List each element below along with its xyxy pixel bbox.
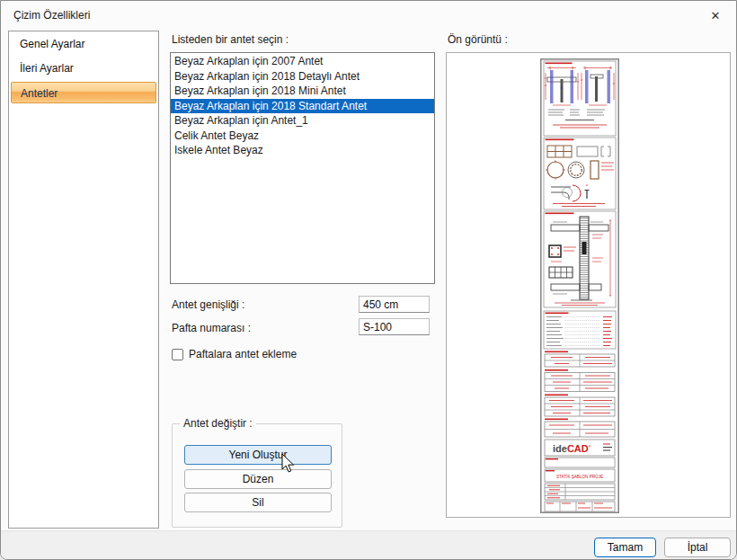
groupbox-legend: Antet değiştir : bbox=[180, 417, 256, 430]
titlebar: Çizim Özellikleri ✕ bbox=[1, 1, 736, 30]
sidebar-item-ileri-ayarlar[interactable]: İleri Ayarlar bbox=[9, 56, 158, 80]
list-item[interactable]: Beyaz Arkaplan için 2018 Mini Antet bbox=[171, 84, 434, 99]
paftalara-antet-ekleme-checkbox[interactable] bbox=[172, 349, 183, 360]
list-item[interactable]: Iskele Antet Beyaz bbox=[171, 143, 434, 158]
paftalara-antet-ekleme-row: Paftalara antet ekleme bbox=[172, 348, 297, 360]
sidebar-item-genel-ayarlar[interactable]: Genel Ayarlar bbox=[9, 31, 158, 56]
preview-label: Ön görüntü : bbox=[448, 33, 508, 46]
list-item[interactable]: Celik Antet Beyaz bbox=[171, 129, 434, 144]
drawing-properties-dialog: Çizim Özellikleri ✕ Genel Ayarlar İleri … bbox=[0, 0, 737, 560]
list-item[interactable]: Beyaz Arkaplan için 2007 Antet bbox=[171, 54, 434, 69]
checkbox-label: Paftalara antet ekleme bbox=[189, 348, 297, 360]
antet-listbox[interactable]: Beyaz Arkaplan için 2007 Antet Beyaz Ark… bbox=[170, 52, 435, 284]
sheet-title: STATİK ŞABLON PROJE bbox=[556, 474, 603, 479]
yeni-olustur-button[interactable]: Yeni Oluştur bbox=[184, 445, 332, 465]
close-icon[interactable]: ✕ bbox=[706, 7, 724, 25]
duzen-button[interactable]: Düzen bbox=[184, 469, 332, 489]
ok-button[interactable]: Tamam bbox=[594, 538, 656, 557]
antet-width-input[interactable] bbox=[359, 296, 430, 313]
list-item[interactable]: Beyaz Arkaplan için 2018 Detaylı Antet bbox=[171, 69, 434, 84]
sil-button[interactable]: Sil bbox=[184, 493, 332, 512]
list-item[interactable]: Beyaz Arkaplan için Antet_1 bbox=[171, 113, 434, 129]
antet-preview-drawing: ideCAD® STATİK ŞABLON PROJE bbox=[540, 58, 619, 513]
preview-panel: ideCAD® STATİK ŞABLON PROJE bbox=[446, 52, 731, 518]
sidebar: Genel Ayarlar İleri Ayarlar Antetler bbox=[8, 31, 159, 529]
antet-width-label: Antet genişliği : bbox=[172, 298, 244, 311]
list-item-selected[interactable]: Beyaz Arkaplan için 2018 Standart Antet bbox=[171, 99, 434, 114]
idecad-logo: ideCAD® bbox=[553, 443, 591, 454]
sidebar-item-antetler[interactable]: Antetler bbox=[11, 82, 156, 103]
pafta-number-input[interactable] bbox=[359, 318, 430, 335]
cancel-button[interactable]: İptal bbox=[664, 538, 731, 557]
dialog-title: Çizim Özellikleri bbox=[13, 9, 90, 22]
antet-degistir-group: Antet değiştir : Yeni Oluştur Düzen Sil bbox=[172, 423, 342, 528]
footer: Tamam İptal bbox=[1, 530, 736, 560]
list-label: Listeden bir antet seçin : bbox=[172, 33, 289, 46]
pafta-number-label: Pafta numarası : bbox=[172, 322, 251, 334]
